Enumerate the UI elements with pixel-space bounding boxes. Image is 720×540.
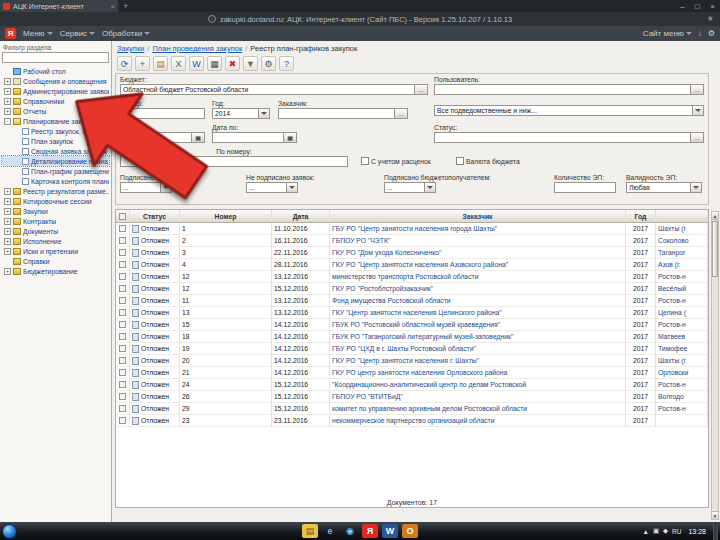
- tree-expand-icon[interactable]: +: [4, 108, 11, 115]
- tree-expand-icon[interactable]: +: [4, 88, 11, 95]
- tab-close-icon[interactable]: ×: [110, 2, 115, 11]
- row-checkbox[interactable]: [119, 381, 126, 388]
- toolbar-icon[interactable]: ▦: [207, 56, 222, 71]
- vertical-scrollbar[interactable]: ▲ ▼: [711, 211, 719, 520]
- not-signed-select[interactable]: ...: [246, 182, 287, 193]
- tree-expand-icon[interactable]: +: [4, 98, 11, 105]
- rates-checkbox[interactable]: [361, 157, 369, 165]
- breadcrumb-link[interactable]: План проведения закупок: [152, 44, 242, 53]
- table-row[interactable]: Отложен 12 15.12.2016 ГКУ РО "Ростоблстр…: [116, 283, 708, 295]
- customer-browse-button[interactable]: ...: [395, 108, 408, 119]
- row-checkbox[interactable]: [119, 345, 126, 352]
- toolbar-icon[interactable]: ▤: [153, 56, 168, 71]
- tree-expand-icon[interactable]: +: [4, 78, 11, 85]
- tree-expand-icon[interactable]: [13, 138, 20, 145]
- minimize-button[interactable]: –: [675, 2, 690, 11]
- row-checkbox[interactable]: [119, 417, 126, 424]
- row-checkbox[interactable]: [119, 237, 126, 244]
- select-all-checkbox[interactable]: [116, 210, 130, 222]
- row-checkbox[interactable]: [119, 261, 126, 268]
- bookmark-star-icon[interactable]: ★: [707, 14, 714, 23]
- menu-item-service[interactable]: Сервис: [60, 29, 95, 38]
- tree-expand-icon[interactable]: [4, 258, 11, 265]
- column-header-date[interactable]: Дата: [272, 210, 330, 222]
- tree-expand-icon[interactable]: +: [4, 208, 11, 215]
- toolbar-icon[interactable]: ✖: [225, 56, 240, 71]
- row-checkbox[interactable]: [119, 273, 126, 280]
- start-button[interactable]: [2, 524, 17, 539]
- site-info-icon[interactable]: i: [208, 15, 216, 23]
- customer-field[interactable]: [278, 108, 395, 119]
- tree-item[interactable]: План-график размещения з...: [2, 166, 109, 176]
- tree-expand-icon[interactable]: -: [4, 118, 11, 125]
- browser-tab[interactable]: АЦК Интернет-клиент ×: [0, 0, 118, 12]
- toolbar-icon[interactable]: ▼: [243, 56, 258, 71]
- toolbar-icon[interactable]: +: [135, 56, 150, 71]
- row-checkbox[interactable]: [119, 333, 126, 340]
- breadcrumb-link[interactable]: Закупки: [117, 44, 144, 53]
- table-row[interactable]: Отложен 20 14.12.2016 ГКУ РО "Центр заня…: [116, 355, 708, 367]
- by-number-field[interactable]: [120, 156, 348, 167]
- tree-item[interactable]: + Отчеты: [2, 106, 109, 116]
- menu-item-processing[interactable]: Обработки: [102, 29, 150, 38]
- tree-expand-icon[interactable]: [13, 128, 20, 135]
- table-row[interactable]: Отложен 2 16.11.2016 ГБПОУ РО "ЧЭТК" 201…: [116, 235, 708, 247]
- taskbar-app-icon[interactable]: O: [402, 524, 418, 538]
- taskbar-app-icon[interactable]: e: [322, 524, 338, 538]
- tree-item[interactable]: + Документы: [2, 226, 109, 236]
- show-desktop-button[interactable]: [713, 522, 718, 540]
- new-tab-button[interactable]: +: [123, 1, 128, 11]
- tree-expand-icon[interactable]: +: [4, 218, 11, 225]
- tree-item[interactable]: Сводная заявка закупок: [2, 146, 109, 156]
- tree-item[interactable]: + Иски и претензии: [2, 246, 109, 256]
- settings-gear-icon[interactable]: ⚙: [708, 29, 715, 38]
- tree-item[interactable]: + Закупки: [2, 206, 109, 216]
- tree-item[interactable]: Справки: [2, 256, 109, 266]
- address-bar[interactable]: i zakupki.donland.ru: АЦК: Интернет-клие…: [0, 12, 720, 26]
- signed-dropdown-icon[interactable]: [161, 182, 172, 193]
- date-from-calendar-icon[interactable]: ▦: [192, 132, 205, 143]
- tree-expand-icon[interactable]: [13, 158, 20, 165]
- sidebar-filter-input[interactable]: [2, 52, 109, 63]
- row-checkbox[interactable]: [119, 405, 126, 412]
- toolbar-icon[interactable]: ⟳: [117, 56, 132, 71]
- tree-expand-icon[interactable]: [13, 178, 20, 185]
- currency-checkbox[interactable]: [456, 157, 464, 165]
- tree-expand-icon[interactable]: [13, 148, 20, 155]
- menu-item-menu[interactable]: Меню: [23, 29, 53, 38]
- toolbar-icon[interactable]: X: [171, 56, 186, 71]
- column-header-number[interactable]: Номер: [180, 210, 272, 222]
- table-row[interactable]: Отложен 11 13.12.2016 Фонд имущества Рос…: [116, 295, 708, 307]
- date-to-field[interactable]: [212, 132, 284, 143]
- clock[interactable]: 13:28: [685, 528, 709, 535]
- tree-expand-icon[interactable]: +: [4, 198, 11, 205]
- taskbar-app-icon[interactable]: ◉: [342, 524, 358, 538]
- signed-recipient-select[interactable]: ...: [384, 182, 425, 193]
- maximize-button[interactable]: □: [690, 2, 705, 11]
- table-row[interactable]: Отложен 23 23.11.2016 некоммерческое пар…: [116, 415, 708, 427]
- row-checkbox[interactable]: [119, 369, 126, 376]
- tree-item[interactable]: Рабочий стол: [2, 66, 109, 76]
- row-checkbox[interactable]: [119, 285, 126, 292]
- row-checkbox[interactable]: [119, 249, 126, 256]
- user-browse-button[interactable]: ...: [691, 84, 704, 95]
- taskbar-app-icon[interactable]: W: [382, 524, 398, 538]
- toolbar-icon[interactable]: ⚙: [261, 56, 276, 71]
- table-row[interactable]: Отложен 19 14.12.2016 ГБУ РО "ЦХД в г. Ш…: [116, 343, 708, 355]
- tree-item[interactable]: + Справочники: [2, 96, 109, 106]
- budget-browse-button[interactable]: ...: [415, 84, 428, 95]
- tree-item[interactable]: Реестр закупок, которые...: [2, 126, 109, 136]
- tree-item[interactable]: + Реестр результатов разме...: [2, 186, 109, 196]
- not-signed-dropdown-icon[interactable]: [287, 182, 298, 193]
- table-row[interactable]: Отложен 24 15.12.2016 "Координационно-ан…: [116, 379, 708, 391]
- scrollbar-thumb[interactable]: [712, 221, 718, 277]
- table-row[interactable]: Отложен 13 13.12.2016 ГКУ "Центр занятос…: [116, 307, 708, 319]
- signed-select[interactable]: ...: [120, 182, 161, 193]
- tree-item[interactable]: + Контракты: [2, 216, 109, 226]
- network-icon[interactable]: ▣: [653, 527, 659, 535]
- tree-expand-icon[interactable]: +: [4, 188, 11, 195]
- row-checkbox[interactable]: [119, 357, 126, 364]
- downloads-icon[interactable]: ↓: [698, 29, 702, 38]
- site-menu[interactable]: Сайт меню: [643, 29, 692, 38]
- tree-item[interactable]: + Сообщения и оповещения: [2, 76, 109, 86]
